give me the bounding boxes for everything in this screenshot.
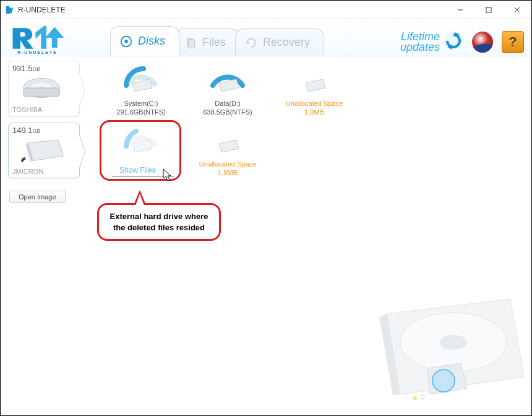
app-icon: [4, 5, 14, 15]
disks-icon: [119, 35, 133, 48]
logo-text: R·UNDELETE: [17, 50, 58, 54]
titlebar: R-UNDELETE: [1, 1, 531, 19]
svg-point-17: [413, 396, 417, 400]
partition-system-c[interactable]: System(C:)291.6GB(NTFS): [102, 61, 180, 116]
hdd-icon: [20, 74, 68, 104]
tabs: Disks Files Recovery: [110, 26, 319, 56]
tab-disks[interactable]: Disks: [110, 26, 179, 56]
header: R·UNDELETE Disks Files Recovery Lifetime: [1, 19, 531, 56]
help-button[interactable]: ?: [502, 31, 524, 53]
partition-label: Unallocated Space1.8MB: [189, 160, 267, 178]
svg-rect-12: [24, 88, 60, 97]
tab-disks-label: Disks: [138, 35, 165, 48]
partition-unallocated-2[interactable]: Unallocated Space1.8MB: [189, 121, 267, 177]
device-size: 149.1GB: [12, 126, 75, 135]
close-button[interactable]: [503, 1, 531, 19]
svg-rect-7: [189, 40, 195, 48]
updates-link[interactable]: Lifetime updates: [400, 31, 463, 53]
tab-recovery-label: Recovery: [263, 36, 310, 49]
partition-label: System(C:)291.6GB(NTFS): [102, 100, 180, 117]
help-label: ?: [508, 34, 517, 50]
show-files-link[interactable]: Show Files: [119, 166, 156, 175]
window-controls: [446, 1, 531, 19]
open-image-button[interactable]: Open Image: [9, 191, 66, 203]
svg-point-14: [440, 335, 467, 350]
partitions-row-1: System(C:)291.6GB(NTFS) Data(D:)638.5GB(…: [102, 61, 519, 125]
device-toshiba[interactable]: 931.5GB TOSHIBA: [8, 61, 80, 116]
partition-unallocated-1[interactable]: Unallocated Space1.0MB: [275, 61, 353, 116]
partition-label: Data(D:)638.5GB(NTFS): [189, 100, 267, 117]
device-name: TOSHIBA: [12, 106, 42, 113]
background-disk-art: [368, 289, 529, 413]
callout-text: External hard drive where the deleted fi…: [110, 212, 208, 232]
devices-column: 931.5GB TOSHIBA 149.1GB JMICRON: [8, 61, 81, 184]
recovery-icon: [244, 36, 258, 50]
refresh-icon: [444, 31, 463, 53]
cursor-icon: [163, 168, 174, 184]
tab-recovery[interactable]: Recovery: [235, 28, 324, 56]
partition-label: Unallocated Space1.0MB: [275, 100, 353, 117]
tab-files[interactable]: Files: [174, 28, 240, 56]
svg-point-18: [421, 395, 424, 399]
app-logo: R·UNDELETE: [8, 21, 67, 54]
device-jmicron[interactable]: 149.1GB JMICRON: [8, 123, 80, 178]
header-right: Lifetime updates ?: [400, 31, 524, 56]
device-size: 931.5GB: [12, 64, 75, 73]
device-name: JMICRON: [12, 168, 43, 175]
svg-point-5: [124, 40, 128, 43]
minimize-button[interactable]: [446, 1, 474, 19]
main-area: 931.5GB TOSHIBA 149.1GB JMICRON Open Ima…: [1, 57, 531, 415]
tab-files-label: Files: [202, 36, 226, 49]
annotation-callout: External hard drive where the deleted fi…: [97, 203, 221, 241]
files-icon: [184, 36, 197, 50]
external-hdd-icon: [20, 136, 68, 166]
partition-data-d[interactable]: Data(D:)638.5GB(NTFS): [189, 61, 267, 116]
svg-rect-1: [486, 7, 491, 12]
open-image-label: Open Image: [19, 193, 56, 201]
maximize-button[interactable]: [474, 1, 503, 19]
updates-line2: updates: [400, 42, 440, 53]
window-title: R-UNDELETE: [18, 6, 66, 14]
language-button[interactable]: [472, 32, 493, 53]
